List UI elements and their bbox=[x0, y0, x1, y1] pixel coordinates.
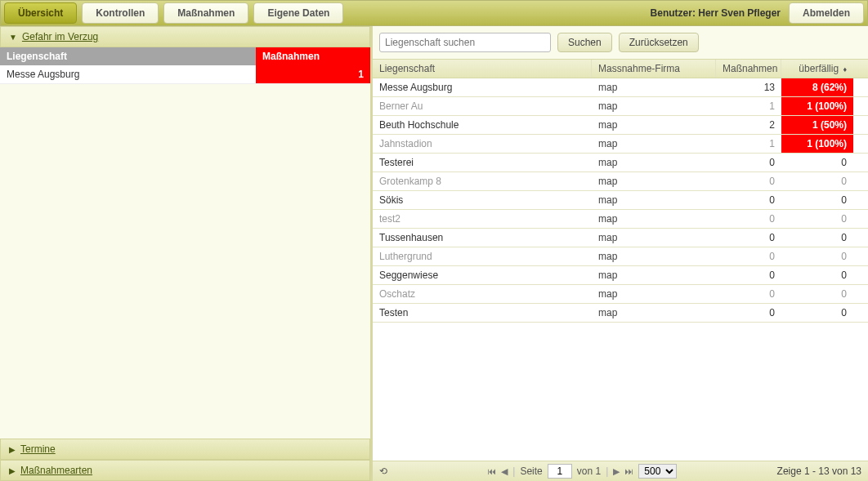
cell-firma: map bbox=[592, 78, 716, 96]
danger-header-label: Gefahr im Verzug bbox=[22, 31, 98, 42]
first-page-icon[interactable]: ⏮ bbox=[487, 466, 496, 476]
grid-row[interactable]: Tussenhausenmap00 bbox=[373, 229, 868, 247]
chevron-right-icon: ▶ bbox=[9, 445, 16, 454]
logout-button[interactable]: Abmelden bbox=[789, 2, 864, 24]
cell-liegenschaft: Luthergrund bbox=[373, 247, 592, 265]
cell-ueberfaellig: 0 bbox=[781, 247, 853, 265]
tab-eigene-daten[interactable]: Eigene Daten bbox=[253, 2, 343, 24]
cell-massnahmen: 0 bbox=[716, 210, 781, 228]
cell-liegenschaft: Messe Augsburg bbox=[373, 78, 592, 96]
danger-accordion-header[interactable]: ▼ Gefahr im Verzug bbox=[0, 26, 370, 47]
cell-firma: map bbox=[592, 135, 716, 153]
cell-firma: map bbox=[592, 304, 716, 322]
grid-row[interactable]: Testereimap00 bbox=[373, 154, 868, 172]
cell-firma: map bbox=[592, 191, 716, 209]
cell-liegenschaft: Tussenhausen bbox=[373, 229, 592, 247]
cell-massnahmen: 13 bbox=[716, 78, 781, 96]
cell-liegenschaft: Berner Au bbox=[373, 97, 592, 115]
cell-firma: map bbox=[592, 172, 716, 190]
left-table-row[interactable]: Messe Augsburg1 bbox=[0, 65, 370, 84]
refresh-icon[interactable]: ⟲ bbox=[379, 465, 387, 477]
cell-ueberfaellig: 1 (50%) bbox=[781, 116, 853, 134]
massnahmearten-label: Maßnahmearten bbox=[20, 465, 92, 476]
grid-row[interactable]: Grotenkamp 8map00 bbox=[373, 172, 868, 191]
reset-button[interactable]: Zurücksetzen bbox=[619, 33, 699, 52]
cell-liegenschaft: Testen bbox=[373, 304, 592, 322]
next-page-icon[interactable]: ▶ bbox=[613, 466, 620, 477]
cell-firma: map bbox=[592, 97, 716, 115]
page-of-label: von 1 bbox=[577, 465, 601, 477]
cell-ueberfaellig: 8 (62%) bbox=[781, 78, 853, 96]
cell-firma: map bbox=[592, 229, 716, 247]
grid-row[interactable]: Berner Aumap11 (100%) bbox=[373, 97, 868, 116]
right-panel: Suchen Zurücksetzen Liegenschaft Massnah… bbox=[373, 26, 868, 481]
left-col-massnahmen[interactable]: Maßnahmen bbox=[256, 47, 370, 65]
tab-maßnahmen[interactable]: Maßnahmen bbox=[163, 2, 248, 24]
grid-row[interactable]: Jahnstadionmap11 (100%) bbox=[373, 135, 868, 154]
cell-liegenschaft: Testerei bbox=[373, 154, 592, 171]
left-cell-liegenschaft: Messe Augsburg bbox=[0, 65, 256, 83]
grid-row[interactable]: Testenmap00 bbox=[373, 304, 868, 323]
cell-liegenschaft: Seggenwiese bbox=[373, 266, 592, 284]
cell-ueberfaellig: 0 bbox=[781, 191, 853, 209]
last-page-icon[interactable]: ⏭ bbox=[624, 466, 633, 476]
massnahmearten-accordion-header[interactable]: ▶ Maßnahmearten bbox=[0, 460, 370, 481]
cell-massnahmen: 1 bbox=[716, 135, 781, 153]
cell-massnahmen: 0 bbox=[716, 154, 781, 171]
cell-firma: map bbox=[592, 116, 716, 134]
cell-firma: map bbox=[592, 266, 716, 284]
col-ueberfaellig[interactable]: überfällig ♦ bbox=[781, 60, 853, 78]
user-label: Benutzer: Herr Sven Pfleger bbox=[651, 7, 781, 19]
cell-firma: map bbox=[592, 285, 716, 303]
col-liegenschaft[interactable]: Liegenschaft bbox=[373, 60, 592, 78]
left-panel: ▼ Gefahr im Verzug Liegenschaft Maßnahme… bbox=[0, 26, 373, 481]
sort-icon: ♦ bbox=[843, 66, 847, 73]
page-number-input[interactable] bbox=[548, 464, 572, 479]
col-massnahme-firma[interactable]: Massnahme-Firma bbox=[592, 60, 716, 78]
tab-kontrollen[interactable]: Kontrollen bbox=[82, 2, 159, 24]
cell-massnahmen: 0 bbox=[716, 285, 781, 303]
cell-liegenschaft: Jahnstadion bbox=[373, 135, 592, 153]
search-button[interactable]: Suchen bbox=[557, 33, 612, 52]
prev-page-icon[interactable]: ◀ bbox=[501, 466, 508, 477]
cell-massnahmen: 0 bbox=[716, 172, 781, 190]
cell-liegenschaft: Oschatz bbox=[373, 285, 592, 303]
cell-ueberfaellig: 1 (100%) bbox=[781, 97, 853, 115]
cell-ueberfaellig: 0 bbox=[781, 172, 853, 190]
pager-summary: Zeige 1 - 13 von 13 bbox=[777, 465, 861, 477]
grid-row[interactable]: Sökismap00 bbox=[373, 191, 868, 210]
cell-liegenschaft: Sökis bbox=[373, 191, 592, 209]
tab-übersicht[interactable]: Übersicht bbox=[4, 2, 77, 24]
col-ueberfaellig-label: überfällig bbox=[799, 63, 839, 74]
cell-massnahmen: 2 bbox=[716, 116, 781, 134]
chevron-down-icon: ▼ bbox=[9, 33, 17, 42]
cell-firma: map bbox=[592, 247, 716, 265]
search-input[interactable] bbox=[379, 33, 551, 52]
termine-label: Termine bbox=[20, 443, 56, 455]
cell-liegenschaft: test2 bbox=[373, 210, 592, 228]
col-massnahmen[interactable]: Maßnahmen bbox=[716, 60, 781, 78]
cell-firma: map bbox=[592, 154, 716, 171]
cell-ueberfaellig: 1 (100%) bbox=[781, 135, 853, 153]
chevron-right-icon: ▶ bbox=[9, 466, 16, 475]
cell-ueberfaellig: 0 bbox=[781, 266, 853, 284]
grid-row[interactable]: Messe Augsburgmap138 (62%) bbox=[373, 78, 868, 97]
cell-massnahmen: 0 bbox=[716, 247, 781, 265]
page-size-select[interactable]: 500 bbox=[638, 464, 677, 479]
cell-massnahmen: 0 bbox=[716, 229, 781, 247]
cell-liegenschaft: Beuth Hochschule bbox=[373, 116, 592, 134]
left-col-liegenschaft[interactable]: Liegenschaft bbox=[0, 47, 256, 65]
cell-ueberfaellig: 0 bbox=[781, 229, 853, 247]
cell-massnahmen: 1 bbox=[716, 97, 781, 115]
cell-massnahmen: 0 bbox=[716, 304, 781, 322]
cell-ueberfaellig: 0 bbox=[781, 285, 853, 303]
grid-row[interactable]: Beuth Hochschulemap21 (50%) bbox=[373, 116, 868, 135]
cell-ueberfaellig: 0 bbox=[781, 304, 853, 322]
termine-accordion-header[interactable]: ▶ Termine bbox=[0, 439, 370, 460]
grid-row[interactable]: test2map00 bbox=[373, 210, 868, 229]
grid-row[interactable]: Oschatzmap00 bbox=[373, 285, 868, 304]
cell-ueberfaellig: 0 bbox=[781, 154, 853, 171]
grid-row[interactable]: Seggenwiesemap00 bbox=[373, 266, 868, 285]
cell-massnahmen: 0 bbox=[716, 191, 781, 209]
grid-row[interactable]: Luthergrundmap00 bbox=[373, 247, 868, 266]
